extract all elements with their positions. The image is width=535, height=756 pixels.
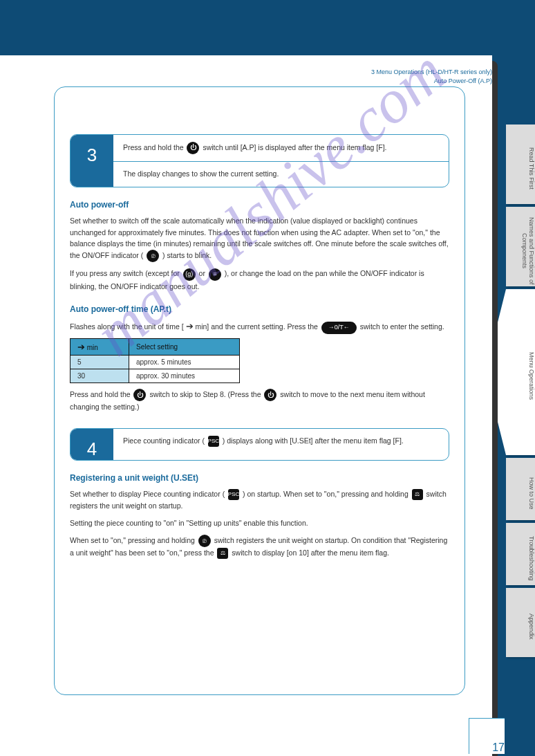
table-row: 30 approx. 30 minutes: [71, 369, 240, 383]
page-number: 17: [469, 718, 505, 754]
side-tabs: Read This First Names and Functions of C…: [506, 125, 535, 660]
table-header-min: ➔ min: [71, 339, 129, 356]
step-3-callout: 3 Press and hold the ⏻ switch until [A.P…: [70, 134, 449, 187]
auto-power-off-para-2: If you press any switch (except for (g) …: [70, 268, 449, 292]
power-icon: ⏻: [187, 142, 199, 154]
scale-icon: ⚖: [412, 489, 423, 500]
cell-30: 30: [71, 369, 129, 383]
tab-read-first[interactable]: Read This First: [506, 125, 535, 204]
tab-how-to-use[interactable]: How to Use: [506, 458, 535, 520]
step-3-row-2: The display changes to show the current …: [113, 161, 449, 187]
tab-appendix[interactable]: Appendix: [506, 588, 535, 657]
power-icon: ⏻: [133, 389, 146, 401]
apt-para: Flashes along with the unit of time [ ➔ …: [70, 320, 449, 334]
header-line-1: 3 Menu Operations (HL-D/HT-R series only…: [371, 68, 492, 77]
step-4-callout: 4 Piece counting indicator ( PSC ) displ…: [70, 428, 449, 461]
uset-para-2: Setting the piece counting to "on" in "S…: [70, 517, 449, 529]
apt-note: Press and hold the ⏻ switch to skip to S…: [70, 389, 449, 413]
tare-icon: →0/T←: [321, 322, 357, 334]
cell-5-desc: approx. 5 minutes: [129, 356, 240, 369]
arrow-icon: ➔: [77, 342, 85, 352]
arrow-right-icon: ➔: [186, 321, 194, 331]
tab-names-functions[interactable]: Names and Functions of Components: [506, 207, 535, 286]
apt-heading: Auto power-off time (AP.t): [70, 304, 449, 314]
menu-icon: ≡: [209, 268, 221, 281]
onoff-indicator-icon: ⎚: [198, 535, 211, 547]
step-4-row: Piece counting indicator ( PSC ) display…: [113, 429, 449, 454]
power-icon: ⏻: [264, 389, 276, 401]
tab-troubleshooting[interactable]: Troubleshooting: [506, 523, 535, 585]
auto-power-off-para-1: Set whether to switch off the scale auto…: [70, 215, 449, 263]
cell-5: 5: [71, 356, 129, 369]
header-line-2: Auto Power-Off (A.P): [371, 77, 492, 86]
onoff-indicator-icon: ⎚: [147, 250, 159, 262]
uset-heading: Registering a unit weight (U.SEt): [70, 473, 449, 483]
pcs-icon: PSC: [208, 436, 219, 447]
auto-power-off-heading: Auto power-off: [70, 200, 449, 210]
apt-settings-table: ➔ min Select setting 5 approx. 5 minutes…: [70, 338, 240, 383]
uset-para-1: Set whether to display Piece counting in…: [70, 488, 449, 512]
scale-icon: ⚖: [217, 548, 228, 559]
pcs-icon: PSC: [228, 489, 239, 500]
cell-30-desc: approx. 30 minutes: [129, 369, 240, 383]
table-row: 5 approx. 5 minutes: [71, 356, 240, 369]
step-3-row-1: Press and hold the ⏻ switch until [A.P] …: [113, 135, 449, 161]
tab-menu-operations[interactable]: Menu Operations: [506, 289, 535, 455]
g-icon: (g): [183, 268, 196, 281]
page-header: 3 Menu Operations (HL-D/HT-R series only…: [371, 68, 492, 85]
content-frame: 3 Press and hold the ⏻ switch until [A.P…: [54, 86, 465, 695]
step-number-4: 4: [71, 429, 113, 460]
table-header-setting: Select setting: [129, 339, 240, 356]
step-number-3: 3: [71, 135, 113, 187]
uset-para-3: When set to "on," pressing and holding ⎚…: [70, 535, 449, 559]
